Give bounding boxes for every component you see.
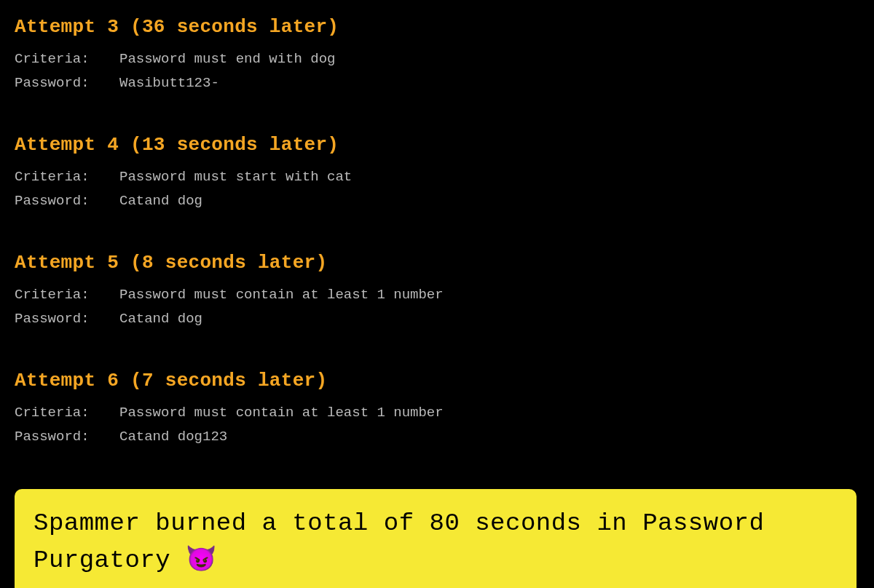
password-row: Password: Catand dog123 bbox=[15, 426, 859, 448]
criteria-row: Criteria: Password must contain at least… bbox=[15, 285, 859, 306]
criteria-label: Criteria: bbox=[15, 49, 119, 70]
password-value: Catand dog bbox=[119, 309, 202, 330]
criteria-value: Password must contain at least 1 number bbox=[119, 402, 444, 424]
criteria-row: Criteria: Password must start with cat bbox=[15, 167, 859, 188]
criteria-value: Password must contain at least 1 number bbox=[119, 285, 444, 306]
password-label: Password: bbox=[15, 191, 119, 212]
password-label: Password: bbox=[15, 426, 119, 448]
criteria-row: Criteria: Password must contain at least… bbox=[15, 402, 859, 424]
attempt-block-3: Attempt 3 (36 seconds later) Criteria: P… bbox=[15, 13, 859, 93]
password-value: Wasibutt123- bbox=[119, 73, 219, 94]
password-row: Password: Catand dog bbox=[15, 191, 859, 212]
password-row: Password: Wasibutt123- bbox=[15, 73, 859, 94]
criteria-label: Criteria: bbox=[15, 402, 119, 424]
attempt-block-5: Attempt 5 (8 seconds later) Criteria: Pa… bbox=[15, 249, 859, 329]
password-value: Catand dog bbox=[119, 191, 202, 212]
criteria-value: Password must start with cat bbox=[119, 167, 352, 188]
criteria-label: Criteria: bbox=[15, 167, 119, 188]
password-label: Password: bbox=[15, 309, 119, 330]
attempt-block-4: Attempt 4 (13 seconds later) Criteria: P… bbox=[15, 131, 859, 211]
attempt-title: Attempt 3 (36 seconds later) bbox=[15, 13, 859, 41]
summary-box: Spammer burned a total of 80 seconds in … bbox=[15, 489, 857, 588]
attempt-title: Attempt 4 (13 seconds later) bbox=[15, 131, 859, 159]
attempt-block-6: Attempt 6 (7 seconds later) Criteria: Pa… bbox=[15, 367, 859, 447]
criteria-value: Password must end with dog bbox=[119, 49, 335, 70]
attempt-title: Attempt 6 (7 seconds later) bbox=[15, 367, 859, 395]
password-label: Password: bbox=[15, 73, 119, 94]
criteria-row: Criteria: Password must end with dog bbox=[15, 49, 859, 70]
criteria-label: Criteria: bbox=[15, 285, 119, 306]
password-row: Password: Catand dog bbox=[15, 309, 859, 330]
password-value: Catand dog123 bbox=[119, 426, 227, 448]
attempt-title: Attempt 5 (8 seconds later) bbox=[15, 249, 859, 277]
